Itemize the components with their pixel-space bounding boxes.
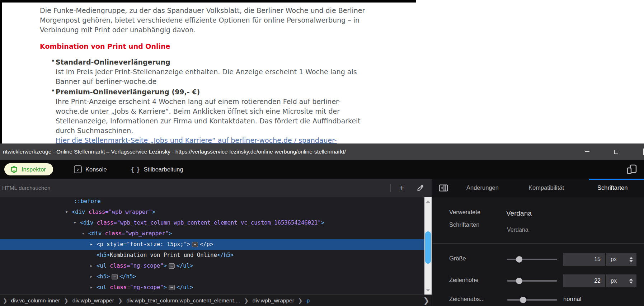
expand-twisty-icon[interactable]: ▶: [90, 260, 92, 271]
slider-thumb[interactable]: [520, 297, 526, 303]
font-name-primary: Verdana: [506, 210, 532, 217]
breadcrumb-item[interactable]: p: [306, 297, 310, 304]
scroll-up-button[interactable]: [424, 198, 432, 205]
markup-row[interactable]: ▼<div class="wpb_wrapper">: [0, 228, 424, 239]
collapsed-children-badge[interactable]: ⋯: [169, 263, 175, 269]
tab-inspektor[interactable]: Inspektor: [4, 163, 53, 175]
markup-row[interactable]: ▶<ul class="ng-scope">⋯</ul>: [0, 282, 424, 293]
expand-twisty-icon[interactable]: ▶: [90, 239, 92, 250]
slider-thumb[interactable]: [516, 256, 522, 263]
scroll-down-button[interactable]: [424, 287, 432, 294]
inspector-icon: [10, 165, 18, 173]
markup-row[interactable]: ▼<div class="wpb_wrapper">: [0, 207, 424, 217]
markup-row[interactable]: ▼<div class="wpb_text_column wpb_content…: [0, 217, 424, 228]
markup-row-text: <div class="wpb_wrapper">: [0, 228, 172, 239]
collapsed-children-badge[interactable]: ⋯: [192, 242, 198, 247]
eyedropper-icon: [417, 184, 424, 192]
font-control-slider[interactable]: [507, 299, 557, 301]
unit-label: px: [611, 256, 629, 263]
add-node-button[interactable]: +: [396, 182, 408, 194]
search-input[interactable]: [0, 179, 380, 197]
maximize-icon: [614, 150, 618, 154]
eyedropper-button[interactable]: [415, 182, 426, 194]
font-control-slider[interactable]: [507, 259, 557, 260]
toolbar-separator: [390, 184, 391, 192]
markup-row-text: <p style="font-size: 15px;">⋯</p>: [0, 239, 213, 250]
responsive-design-mode-button[interactable]: [626, 164, 638, 175]
font-value-input[interactable]: [563, 253, 605, 266]
stepper-up-icon: [629, 257, 633, 259]
markup-scrollbar[interactable]: [424, 197, 432, 295]
expand-twisty-icon[interactable]: ▶: [90, 282, 92, 293]
breadcrumb-item[interactable]: div.wpb_wrapper: [72, 297, 114, 304]
collapsed-children-badge[interactable]: ⋯: [112, 274, 118, 279]
font-control-slider[interactable]: [507, 280, 557, 282]
window-edge-top: [0, 0, 416, 3]
font-control-row: Zeilenhöhepx: [432, 273, 644, 289]
window-title: ntwicklerwerkzeuge - Online Stellenmarkt…: [3, 143, 346, 160]
breadcrumb: ❯ div.vc_column-inner❯div.wpb_wrapper❯di…: [0, 295, 432, 306]
breadcrumb-separator-icon: ❯: [118, 297, 123, 304]
markup-row[interactable]: ▶<ul class="ng-scope">⋯</ul>: [0, 260, 424, 271]
tab-stilbearbeitung[interactable]: { } Stilbearbeitung: [131, 163, 183, 175]
sidebar-tabstrip: Änderungen Kompatibilität Schriftarten: [432, 179, 644, 197]
breadcrumb-scroll-right-button[interactable]: ❯: [423, 295, 429, 306]
inspector-toolbar: + Änderungen Kompatibilität Schriftarten: [0, 179, 644, 197]
collapsed-children-badge[interactable]: ⋯: [169, 285, 175, 290]
minimize-button[interactable]: [579, 143, 596, 160]
markup-row-text: ::before: [0, 197, 101, 207]
paragraph-line: Die Funke-Mediengruppe, zu der das Spand…: [40, 6, 365, 15]
toggle-split-pane-button[interactable]: [437, 183, 450, 193]
expand-twisty-icon[interactable]: ▼: [66, 207, 67, 217]
breadcrumb-item[interactable]: div.wpb_text_column.wpb_content_element.…: [126, 297, 240, 304]
expand-twisty-icon[interactable]: ▼: [82, 228, 84, 239]
markup-row-text: <h5>⋯</h5>: [0, 271, 136, 282]
maximize-button[interactable]: [608, 143, 624, 160]
font-control-label: Größe: [449, 255, 466, 262]
tab-aenderungen[interactable]: Änderungen: [466, 179, 499, 197]
markup-row-text: <div class="wpb_wrapper">: [0, 207, 155, 217]
scroll-up-icon: [426, 200, 430, 203]
expand-twisty-icon[interactable]: ▶: [90, 271, 92, 282]
markup-row[interactable]: <h5>Kombination von Print und Online</h5…: [0, 250, 424, 260]
tab-inspektor-label: Inspektor: [22, 166, 46, 173]
unit-stepper[interactable]: [629, 278, 633, 284]
markup-row[interactable]: ::before: [0, 197, 424, 207]
markup-row-text: <div class="wpb_text_column wpb_content_…: [0, 217, 324, 228]
bullet-title: Standard-Onlineverlängerung: [56, 57, 170, 67]
tab-stilbearbeitung-label: Stilbearbeitung: [144, 166, 183, 173]
tab-schriftarten[interactable]: Schriftarten: [597, 179, 627, 197]
slider-thumb[interactable]: [516, 278, 522, 284]
fonts-panel-divider: [433, 243, 644, 244]
bullet-line: ist im Preis jeder Print-Stellenanzeige …: [56, 67, 357, 77]
bullet-line: Banner auf berliner-woche.de: [56, 77, 156, 86]
expand-twisty-icon[interactable]: ▼: [74, 217, 76, 228]
scrollbar-thumb[interactable]: [425, 231, 431, 264]
breadcrumb-separator-icon: ❯: [64, 297, 69, 304]
tab-konsole[interactable]: › Konsole: [74, 163, 107, 175]
font-value-input[interactable]: [563, 274, 605, 287]
three-pane-icon: [439, 184, 448, 192]
window-edge-left: [0, 0, 2, 143]
markup-tree: ::before▼<div class="wpb_wrapper">▼<div …: [0, 197, 424, 295]
paragraph-line: Verbindung mit Print oder unabhängig dav…: [40, 25, 196, 35]
fonts-panel: Verwendete Schriftarten Verdana Verdana …: [432, 197, 644, 306]
unit-select[interactable]: px: [606, 253, 636, 266]
markup-row-selected[interactable]: ▶<p style="font-size: 15px;">⋯</p>: [0, 239, 424, 250]
breadcrumb-separator-icon: ❯: [244, 297, 249, 304]
font-control-label: Zeichenabs...: [449, 296, 485, 302]
tab-kompatibilitaet[interactable]: Kompatibilität: [528, 179, 564, 197]
unit-select[interactable]: px: [606, 274, 636, 287]
bullet-marker: •: [51, 86, 55, 94]
stellenmarkt-link[interactable]: Hier die Stellenmarkt-Seite „Jobs und Ka…: [56, 136, 337, 143]
unit-stepper[interactable]: [629, 257, 633, 262]
paragraph-line: Morgenpost gehören, bietet verschiedene …: [40, 15, 359, 25]
font-value-text: normal: [563, 296, 581, 302]
stepper-down-icon: [629, 282, 633, 284]
breadcrumb-item[interactable]: div.vc_column-inner: [11, 297, 60, 304]
breadcrumb-item[interactable]: div.wpb_wrapper: [253, 297, 294, 304]
unit-label: px: [611, 278, 629, 284]
console-icon: ›: [74, 165, 82, 173]
markup-row[interactable]: ▶<h5>⋯</h5>: [0, 271, 424, 282]
font-control-row: Größepx: [432, 251, 644, 267]
